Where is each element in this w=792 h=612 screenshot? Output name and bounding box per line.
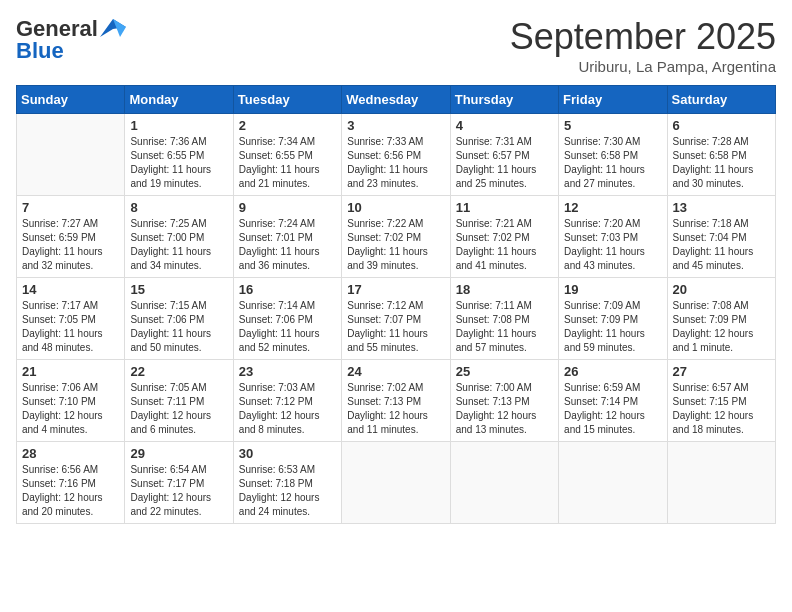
calendar-cell: 14Sunrise: 7:17 AM Sunset: 7:05 PM Dayli…	[17, 278, 125, 360]
day-number: 12	[564, 200, 661, 215]
day-number: 13	[673, 200, 770, 215]
cell-info: Sunrise: 7:22 AM Sunset: 7:02 PM Dayligh…	[347, 217, 444, 273]
cell-info: Sunrise: 7:08 AM Sunset: 7:09 PM Dayligh…	[673, 299, 770, 355]
cell-info: Sunrise: 7:30 AM Sunset: 6:58 PM Dayligh…	[564, 135, 661, 191]
day-number: 20	[673, 282, 770, 297]
week-row-2: 7Sunrise: 7:27 AM Sunset: 6:59 PM Daylig…	[17, 196, 776, 278]
day-number: 25	[456, 364, 553, 379]
cell-info: Sunrise: 7:05 AM Sunset: 7:11 PM Dayligh…	[130, 381, 227, 437]
cell-info: Sunrise: 7:14 AM Sunset: 7:06 PM Dayligh…	[239, 299, 336, 355]
calendar-cell: 4Sunrise: 7:31 AM Sunset: 6:57 PM Daylig…	[450, 114, 558, 196]
day-number: 27	[673, 364, 770, 379]
cell-info: Sunrise: 6:53 AM Sunset: 7:18 PM Dayligh…	[239, 463, 336, 519]
day-number: 18	[456, 282, 553, 297]
cell-info: Sunrise: 6:57 AM Sunset: 7:15 PM Dayligh…	[673, 381, 770, 437]
calendar-cell: 21Sunrise: 7:06 AM Sunset: 7:10 PM Dayli…	[17, 360, 125, 442]
calendar-cell	[559, 442, 667, 524]
calendar-cell: 30Sunrise: 6:53 AM Sunset: 7:18 PM Dayli…	[233, 442, 341, 524]
day-number: 11	[456, 200, 553, 215]
month-title: September 2025	[510, 16, 776, 58]
cell-info: Sunrise: 7:20 AM Sunset: 7:03 PM Dayligh…	[564, 217, 661, 273]
cell-info: Sunrise: 7:24 AM Sunset: 7:01 PM Dayligh…	[239, 217, 336, 273]
week-row-5: 28Sunrise: 6:56 AM Sunset: 7:16 PM Dayli…	[17, 442, 776, 524]
logo-blue: Blue	[16, 38, 64, 64]
col-header-wednesday: Wednesday	[342, 86, 450, 114]
calendar-cell: 17Sunrise: 7:12 AM Sunset: 7:07 PM Dayli…	[342, 278, 450, 360]
calendar-cell: 1Sunrise: 7:36 AM Sunset: 6:55 PM Daylig…	[125, 114, 233, 196]
day-number: 17	[347, 282, 444, 297]
calendar-cell: 10Sunrise: 7:22 AM Sunset: 7:02 PM Dayli…	[342, 196, 450, 278]
calendar-cell: 15Sunrise: 7:15 AM Sunset: 7:06 PM Dayli…	[125, 278, 233, 360]
calendar-cell: 12Sunrise: 7:20 AM Sunset: 7:03 PM Dayli…	[559, 196, 667, 278]
calendar-cell: 3Sunrise: 7:33 AM Sunset: 6:56 PM Daylig…	[342, 114, 450, 196]
day-number: 19	[564, 282, 661, 297]
col-header-thursday: Thursday	[450, 86, 558, 114]
calendar-cell: 26Sunrise: 6:59 AM Sunset: 7:14 PM Dayli…	[559, 360, 667, 442]
calendar-cell: 27Sunrise: 6:57 AM Sunset: 7:15 PM Dayli…	[667, 360, 775, 442]
calendar-cell: 28Sunrise: 6:56 AM Sunset: 7:16 PM Dayli…	[17, 442, 125, 524]
day-number: 30	[239, 446, 336, 461]
cell-info: Sunrise: 7:36 AM Sunset: 6:55 PM Dayligh…	[130, 135, 227, 191]
calendar-cell	[17, 114, 125, 196]
calendar-cell	[342, 442, 450, 524]
day-number: 2	[239, 118, 336, 133]
cell-info: Sunrise: 7:15 AM Sunset: 7:06 PM Dayligh…	[130, 299, 227, 355]
day-number: 29	[130, 446, 227, 461]
cell-info: Sunrise: 7:18 AM Sunset: 7:04 PM Dayligh…	[673, 217, 770, 273]
cell-info: Sunrise: 7:25 AM Sunset: 7:00 PM Dayligh…	[130, 217, 227, 273]
calendar-cell: 8Sunrise: 7:25 AM Sunset: 7:00 PM Daylig…	[125, 196, 233, 278]
cell-info: Sunrise: 7:03 AM Sunset: 7:12 PM Dayligh…	[239, 381, 336, 437]
calendar-cell: 9Sunrise: 7:24 AM Sunset: 7:01 PM Daylig…	[233, 196, 341, 278]
calendar-header-row: SundayMondayTuesdayWednesdayThursdayFrid…	[17, 86, 776, 114]
week-row-4: 21Sunrise: 7:06 AM Sunset: 7:10 PM Dayli…	[17, 360, 776, 442]
week-row-1: 1Sunrise: 7:36 AM Sunset: 6:55 PM Daylig…	[17, 114, 776, 196]
calendar-cell: 22Sunrise: 7:05 AM Sunset: 7:11 PM Dayli…	[125, 360, 233, 442]
calendar-cell	[667, 442, 775, 524]
col-header-saturday: Saturday	[667, 86, 775, 114]
calendar-cell: 18Sunrise: 7:11 AM Sunset: 7:08 PM Dayli…	[450, 278, 558, 360]
location-subtitle: Uriburu, La Pampa, Argentina	[510, 58, 776, 75]
cell-info: Sunrise: 7:02 AM Sunset: 7:13 PM Dayligh…	[347, 381, 444, 437]
calendar-cell: 11Sunrise: 7:21 AM Sunset: 7:02 PM Dayli…	[450, 196, 558, 278]
cell-info: Sunrise: 7:27 AM Sunset: 6:59 PM Dayligh…	[22, 217, 119, 273]
day-number: 16	[239, 282, 336, 297]
day-number: 1	[130, 118, 227, 133]
col-header-friday: Friday	[559, 86, 667, 114]
day-number: 28	[22, 446, 119, 461]
calendar-cell	[450, 442, 558, 524]
cell-info: Sunrise: 7:17 AM Sunset: 7:05 PM Dayligh…	[22, 299, 119, 355]
cell-info: Sunrise: 6:56 AM Sunset: 7:16 PM Dayligh…	[22, 463, 119, 519]
calendar-cell: 5Sunrise: 7:30 AM Sunset: 6:58 PM Daylig…	[559, 114, 667, 196]
cell-info: Sunrise: 6:54 AM Sunset: 7:17 PM Dayligh…	[130, 463, 227, 519]
calendar-cell: 25Sunrise: 7:00 AM Sunset: 7:13 PM Dayli…	[450, 360, 558, 442]
day-number: 8	[130, 200, 227, 215]
cell-info: Sunrise: 7:00 AM Sunset: 7:13 PM Dayligh…	[456, 381, 553, 437]
calendar-cell: 2Sunrise: 7:34 AM Sunset: 6:55 PM Daylig…	[233, 114, 341, 196]
day-number: 24	[347, 364, 444, 379]
cell-info: Sunrise: 7:28 AM Sunset: 6:58 PM Dayligh…	[673, 135, 770, 191]
calendar-cell: 24Sunrise: 7:02 AM Sunset: 7:13 PM Dayli…	[342, 360, 450, 442]
calendar-cell: 23Sunrise: 7:03 AM Sunset: 7:12 PM Dayli…	[233, 360, 341, 442]
calendar-cell: 16Sunrise: 7:14 AM Sunset: 7:06 PM Dayli…	[233, 278, 341, 360]
day-number: 26	[564, 364, 661, 379]
col-header-sunday: Sunday	[17, 86, 125, 114]
col-header-monday: Monday	[125, 86, 233, 114]
cell-info: Sunrise: 7:21 AM Sunset: 7:02 PM Dayligh…	[456, 217, 553, 273]
cell-info: Sunrise: 7:12 AM Sunset: 7:07 PM Dayligh…	[347, 299, 444, 355]
cell-info: Sunrise: 7:09 AM Sunset: 7:09 PM Dayligh…	[564, 299, 661, 355]
calendar-cell: 7Sunrise: 7:27 AM Sunset: 6:59 PM Daylig…	[17, 196, 125, 278]
cell-info: Sunrise: 7:33 AM Sunset: 6:56 PM Dayligh…	[347, 135, 444, 191]
logo-bird-icon	[100, 19, 126, 37]
cell-info: Sunrise: 6:59 AM Sunset: 7:14 PM Dayligh…	[564, 381, 661, 437]
day-number: 10	[347, 200, 444, 215]
col-header-tuesday: Tuesday	[233, 86, 341, 114]
logo: General Blue	[16, 16, 126, 64]
day-number: 22	[130, 364, 227, 379]
day-number: 3	[347, 118, 444, 133]
week-row-3: 14Sunrise: 7:17 AM Sunset: 7:05 PM Dayli…	[17, 278, 776, 360]
calendar-cell: 29Sunrise: 6:54 AM Sunset: 7:17 PM Dayli…	[125, 442, 233, 524]
calendar-cell: 19Sunrise: 7:09 AM Sunset: 7:09 PM Dayli…	[559, 278, 667, 360]
day-number: 9	[239, 200, 336, 215]
cell-info: Sunrise: 7:31 AM Sunset: 6:57 PM Dayligh…	[456, 135, 553, 191]
page-header: General Blue September 2025 Uriburu, La …	[16, 16, 776, 75]
